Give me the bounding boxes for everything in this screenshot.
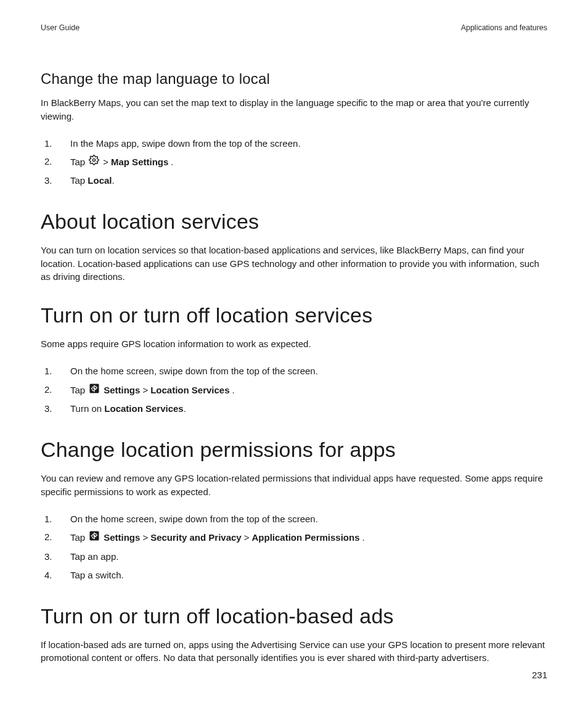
paragraph: In BlackBerry Maps, you can set the map … <box>41 96 547 123</box>
text: > <box>244 531 250 544</box>
step: Tap > Map Settings. <box>41 152 547 171</box>
step: In the Maps app, swipe down from the top… <box>41 134 547 153</box>
paragraph: You can review and remove any GPS locati… <box>41 472 547 499</box>
step: Tap Settings > Location Services. <box>41 380 547 400</box>
step: On the home screen, swipe down from the … <box>41 510 547 528</box>
page-number: 231 <box>532 670 547 680</box>
heading-about-location: About location services <box>41 210 547 234</box>
header-right: Applications and features <box>461 23 547 32</box>
text: Tap <box>70 531 85 544</box>
text: > <box>142 384 148 397</box>
bold-text: Map Settings <box>111 155 168 169</box>
text: . <box>362 531 365 544</box>
step: Turn on Location Services. <box>41 400 547 418</box>
heading-toggle-ads: Turn on or turn off location-based ads <box>41 604 547 628</box>
text: Turn on <box>70 403 104 414</box>
bold-text: Security and Privacy <box>150 531 242 544</box>
text: . <box>184 403 186 414</box>
settings-icon <box>89 383 100 398</box>
step: Tap an app. <box>41 548 547 566</box>
text: Tap <box>70 155 85 169</box>
steps-list: On the home screen, swipe down from the … <box>41 362 547 418</box>
steps-list: On the home screen, swipe down from the … <box>41 510 547 585</box>
settings-icon <box>89 530 100 545</box>
settings-icon <box>89 155 99 169</box>
text: > <box>142 531 148 544</box>
header-left: User Guide <box>41 23 80 32</box>
page: User Guide Applications and features Cha… <box>0 0 588 706</box>
page-header: User Guide Applications and features <box>41 23 547 32</box>
step: Tap a switch. <box>41 566 547 585</box>
step: Tap Local. <box>41 171 547 190</box>
bold-text: Settings <box>104 531 140 544</box>
text: Tap <box>70 175 88 186</box>
text: . <box>171 155 173 169</box>
text: Tap <box>70 384 85 397</box>
bold-text: Location Services <box>104 403 183 414</box>
text: . <box>112 175 115 186</box>
text: . <box>232 384 235 397</box>
bold-text: Location Services <box>150 384 229 397</box>
text: > <box>103 155 108 169</box>
heading-toggle-location: Turn on or turn off location services <box>41 303 547 327</box>
paragraph: If location-based ads are turned on, app… <box>41 638 547 665</box>
step: Tap Settings > Security and Privacy > Ap… <box>41 528 547 548</box>
bold-text: Application Permissions <box>251 531 359 544</box>
paragraph: Some apps require GPS location informati… <box>41 337 547 351</box>
svg-point-0 <box>93 159 96 162</box>
heading-change-map-language: Change the map language to local <box>41 70 547 88</box>
bold-text: Settings <box>104 384 140 397</box>
step: On the home screen, swipe down from the … <box>41 362 547 380</box>
paragraph: You can turn on location services so tha… <box>41 244 547 284</box>
heading-change-permissions: Change location permissions for apps <box>41 438 547 462</box>
steps-list: In the Maps app, swipe down from the top… <box>41 134 547 190</box>
bold-text: Local <box>88 175 112 186</box>
